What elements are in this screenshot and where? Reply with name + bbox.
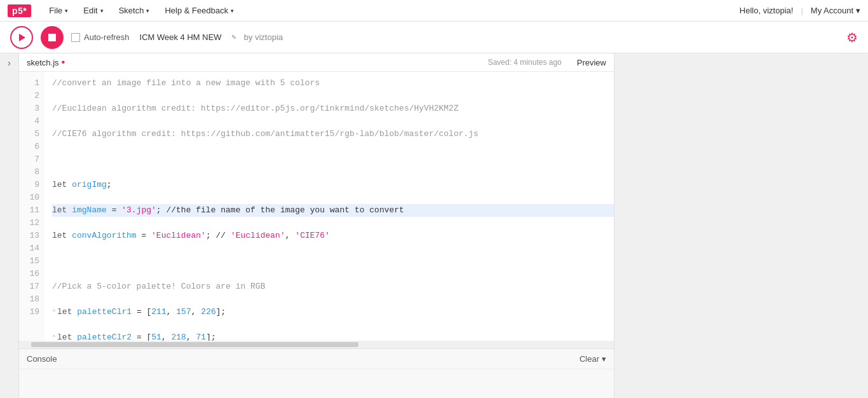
svg-rect-1 — [48, 34, 56, 41]
nav-item-file[interactable]: File ▾ — [41, 0, 76, 22]
edit-chevron-icon: ▾ — [100, 8, 104, 14]
file-chevron-icon: ▾ — [65, 8, 68, 14]
auto-refresh-checkbox[interactable] — [71, 33, 80, 42]
stop-button[interactable] — [41, 26, 64, 49]
console-area: Console Clear ▾ — [19, 348, 614, 398]
console-label: Console — [27, 354, 57, 364]
console-clear-button[interactable]: Clear ▾ — [580, 354, 606, 364]
console-chevron-icon: ▾ — [602, 354, 606, 364]
auto-refresh-label: Auto-refresh — [84, 32, 130, 42]
line-numbers: 12345678910111213141516171819 — [19, 72, 44, 341]
svg-marker-0 — [19, 34, 25, 41]
nav-item-sketch[interactable]: Sketch ▾ — [111, 0, 158, 22]
code-scroll-area[interactable]: 12345678910111213141516171819 //convert … — [19, 72, 614, 341]
expand-panel-icon[interactable]: › — [6, 58, 11, 69]
editor-area: › sketch.js • Saved: 4 minutes ago Previ… — [0, 53, 868, 398]
nav-menu: File ▾ Edit ▾ Sketch ▾ Help & Feedback ▾ — [41, 0, 740, 22]
sketch-title: ICM Week 4 HM NEW — [140, 32, 222, 42]
stop-icon — [48, 33, 57, 42]
editor-header: sketch.js • Saved: 4 minutes ago Preview — [19, 53, 614, 72]
p5-logo[interactable]: p5* — [8, 4, 31, 17]
my-account-button[interactable]: My Account ▾ — [811, 6, 860, 15]
greeting-text: Hello, viztopia! — [740, 6, 794, 15]
toolbar: Auto-refresh ICM Week 4 HM NEW ✎ by vizt… — [0, 22, 868, 53]
sketch-chevron-icon: ▾ — [146, 8, 149, 14]
edit-title-icon[interactable]: ✎ — [232, 32, 236, 42]
nav-right: Hello, viztopia! | My Account ▾ — [740, 6, 860, 15]
by-user-label: by viztopia — [244, 32, 283, 42]
file-tab-name: sketch.js — [27, 58, 59, 67]
code-content[interactable]: //convert an image file into a new image… — [44, 72, 614, 341]
horizontal-scrollbar-thumb[interactable] — [31, 342, 358, 347]
preview-panel — [614, 53, 868, 398]
help-chevron-icon: ▾ — [231, 8, 234, 14]
top-navigation: p5* File ▾ Edit ▾ Sketch ▾ Help & Feedba… — [0, 0, 868, 22]
account-chevron-icon: ▾ — [856, 6, 860, 15]
file-panel: › — [0, 53, 19, 398]
nav-divider: | — [801, 6, 803, 15]
file-tab[interactable]: sketch.js • — [27, 57, 65, 67]
preview-link[interactable]: Preview — [577, 58, 606, 67]
nav-item-help[interactable]: Help & Feedback ▾ — [157, 0, 241, 22]
play-icon — [17, 32, 27, 43]
play-button[interactable] — [10, 26, 33, 49]
console-header: Console Clear ▾ — [19, 349, 614, 369]
horizontal-scrollbar[interactable] — [19, 341, 614, 348]
code-editor: sketch.js • Saved: 4 minutes ago Preview… — [19, 53, 614, 398]
auto-refresh-toggle[interactable]: Auto-refresh — [71, 32, 130, 42]
unsaved-indicator: • — [62, 57, 65, 67]
nav-item-edit[interactable]: Edit ▾ — [76, 0, 111, 22]
settings-button[interactable]: ⚙ — [846, 30, 858, 45]
console-body — [19, 369, 614, 398]
code-container: 12345678910111213141516171819 //convert … — [19, 72, 614, 348]
saved-status: Saved: 4 minutes ago — [488, 58, 562, 67]
